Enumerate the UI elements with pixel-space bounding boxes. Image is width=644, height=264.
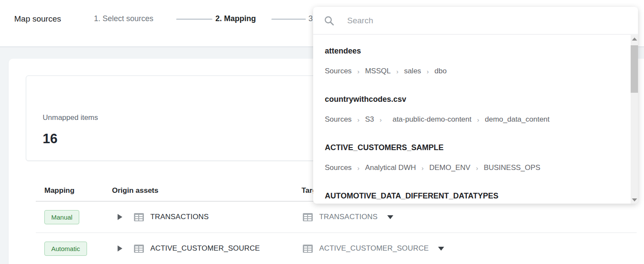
target-asset-name: ACTIVE_CUSTOMER_SOURCE (319, 244, 429, 253)
asset-title: attendees (325, 47, 361, 56)
caret-down-icon[interactable] (387, 215, 393, 219)
scroll-down-icon[interactable] (631, 196, 638, 204)
breadcrumb-segment: MSSQL (365, 67, 391, 75)
expand-row-icon[interactable] (118, 214, 122, 220)
asset-title: ACTIVE_CUSTOMERS_SAMPLE (325, 143, 444, 152)
chevron-right-icon: › (476, 164, 478, 172)
asset-breadcrumb: Sources › MSSQL › sales › dbo (325, 67, 447, 75)
breadcrumb-segment: BUSINESS_OPS (484, 163, 540, 172)
asset-breadcrumb: Sources › S3 › ata-public-demo-content ›… (325, 115, 550, 124)
chevron-right-icon: › (421, 164, 423, 172)
table-row: Automatic ACTIVE_CUSTOMER_SOURCE (36, 233, 637, 264)
chevron-right-icon: › (357, 116, 359, 123)
chevron-right-icon: › (357, 68, 359, 75)
page-title: Map sources (14, 14, 61, 24)
origin-asset-cell: TRANSACTIONS (112, 213, 302, 221)
stepper-connector (271, 19, 306, 20)
column-header-origin-assets: Origin assets (112, 186, 302, 195)
search-result-item[interactable]: countrywithcodes.csv Sources › S3 › ata-… (313, 83, 631, 132)
search-result-item[interactable]: attendees Sources › MSSQL › sales › dbo (313, 35, 631, 83)
chevron-right-icon: › (477, 116, 479, 123)
search-icon (324, 16, 334, 25)
breadcrumb-segment: Sources (325, 115, 352, 124)
asset-title: countrywithcodes.csv (325, 95, 406, 104)
breadcrumb-segment: dbo (435, 67, 447, 75)
breadcrumb-segment: Analytical DWH (365, 163, 416, 172)
mapping-cell: Manual (44, 210, 112, 224)
expand-row-icon[interactable] (118, 245, 122, 251)
scroll-up-icon[interactable] (631, 35, 638, 43)
chevron-right-icon: › (396, 68, 398, 75)
table-icon (303, 245, 313, 253)
breadcrumb-segment: Sources (325, 67, 352, 75)
origin-asset-name: ACTIVE_CUSTOMER_SOURCE (150, 244, 260, 253)
target-asset-name: TRANSACTIONS (319, 213, 378, 221)
stepper-step-mapping[interactable]: 2. Mapping (215, 14, 256, 23)
stepper-step-select-sources[interactable]: 1. Select sources (94, 14, 153, 23)
table-icon (303, 213, 313, 221)
mapping-cell: Automatic (44, 242, 112, 256)
unmapped-items-label: Unmapped items (43, 113, 98, 122)
table-row: Manual TRANSACTIONS TRA (36, 201, 637, 233)
search-result-item[interactable]: AUTOMOTIVE_DATA_DIFFERENT_DATATYPES (313, 180, 631, 204)
mapping-type-badge: Manual (44, 210, 79, 224)
chevron-right-icon: › (427, 68, 429, 75)
asset-title: AUTOMOTIVE_DATA_DIFFERENT_DATATYPES (325, 192, 498, 201)
asset-search-dropdown: attendees Sources › MSSQL › sales › dbo … (313, 7, 638, 204)
stepper-connector (176, 19, 212, 20)
origin-asset-name: TRANSACTIONS (150, 213, 209, 221)
target-asset-cell[interactable]: ACTIVE_CUSTOMER_SOURCE (302, 244, 637, 253)
mapping-type-badge: Automatic (44, 242, 87, 256)
breadcrumb-segment: S3 (365, 115, 374, 124)
breadcrumb-segment: sales (404, 67, 421, 75)
target-asset-cell[interactable]: TRANSACTIONS (302, 213, 637, 221)
caret-down-icon[interactable] (438, 247, 444, 251)
breadcrumb-segment: ata-public-demo-content (392, 115, 471, 124)
search-result-item[interactable]: ACTIVE_CUSTOMERS_SAMPLE Sources › Analyt… (313, 132, 631, 180)
column-header-mapping: Mapping (44, 186, 112, 195)
scrollbar-thumb[interactable] (631, 45, 638, 93)
origin-asset-cell: ACTIVE_CUSTOMER_SOURCE (112, 244, 302, 253)
table-icon (134, 245, 144, 253)
breadcrumb-segment: demo_data_content (485, 115, 550, 124)
stepper-step-3[interactable]: 3 (308, 14, 313, 23)
breadcrumb-segment: DEMO_ENV (429, 163, 470, 172)
unmapped-items-count: 16 (43, 131, 57, 147)
table-icon (134, 213, 144, 221)
search-results-list: attendees Sources › MSSQL › sales › dbo … (313, 35, 631, 204)
breadcrumb-segment: Sources (325, 163, 352, 172)
chevron-right-icon: › (357, 164, 359, 172)
asset-breadcrumb: Sources › Analytical DWH › DEMO_ENV › BU… (325, 163, 540, 172)
chevron-right-icon: › (380, 116, 382, 123)
dropdown-scrollbar[interactable] (631, 35, 638, 204)
search-bar (313, 7, 638, 35)
search-input[interactable] (347, 16, 580, 25)
